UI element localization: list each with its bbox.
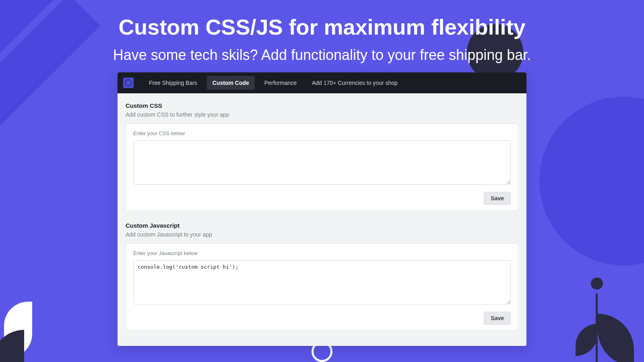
bg-leaf-decoration (0, 302, 36, 362)
section-title-css: Custom CSS (126, 102, 518, 109)
bg-plant-decoration (551, 278, 632, 362)
card-actions-css: Save (133, 192, 511, 205)
app-body: Custom CSS Add custom CSS to further sty… (118, 93, 526, 346)
app-logo-icon (123, 78, 134, 88)
css-textarea[interactable] (133, 140, 511, 185)
card-css: Enter your CSS below Save (126, 123, 518, 211)
section-description-js: Add custom Javascript to your app (126, 231, 518, 238)
card-actions-js: Save (133, 312, 511, 325)
card-js: Enter your Javascript below Save (126, 243, 518, 331)
save-button-js[interactable]: Save (484, 312, 511, 325)
hero-subtitle: Have some tech skils? Add functionality … (0, 47, 644, 64)
section-description-css: Add custom CSS to further style your app (126, 111, 518, 118)
nav-item-add-currencies[interactable]: Add 170+ Currencies to your shop (306, 76, 403, 90)
nav-item-free-shipping-bars[interactable]: Free Shipping Bars (143, 76, 203, 90)
section-title-js: Custom Javascript (126, 222, 518, 229)
field-label-css: Enter your CSS below (133, 130, 511, 136)
js-textarea[interactable] (133, 260, 511, 304)
field-label-js: Enter your Javascript below (133, 250, 511, 256)
app-nav: Free Shipping Bars Custom Code Performan… (118, 72, 526, 93)
nav-item-custom-code[interactable]: Custom Code (207, 76, 255, 90)
bg-circle (539, 97, 644, 265)
save-button-css[interactable]: Save (484, 192, 511, 205)
app-screenshot-frame: Free Shipping Bars Custom Code Performan… (118, 72, 526, 346)
nav-item-performance[interactable]: Performance (259, 76, 302, 90)
hero-title: Custom CSS/JS for maximum flexibility (0, 0, 644, 39)
